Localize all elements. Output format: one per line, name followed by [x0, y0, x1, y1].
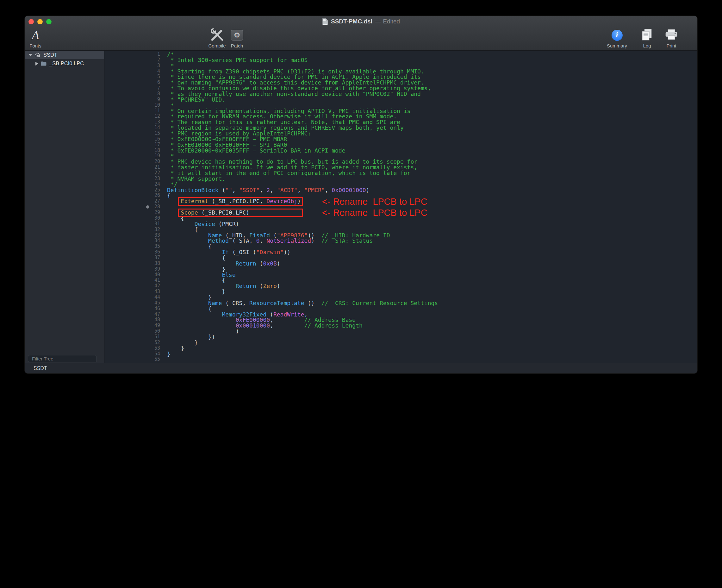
- log-button[interactable]: Log: [641, 28, 653, 48]
- filter-tree-field: [28, 355, 97, 362]
- line-number-gutter: 1234567891011121314151617181920212223242…: [104, 51, 160, 362]
- line-number: 38: [104, 261, 160, 267]
- code-line[interactable]: }: [167, 340, 438, 345]
- line-number: 18: [104, 148, 160, 153]
- code-line[interactable]: [167, 357, 438, 362]
- line-number: 17: [104, 142, 160, 148]
- code-line[interactable]: Device (PMCR): [167, 221, 438, 227]
- disclosure-down-icon[interactable]: [28, 54, 32, 56]
- close-button[interactable]: [28, 19, 34, 24]
- window-title-edited-badge: — Edited: [375, 18, 400, 25]
- sidebar-item-label: _SB.PCI0.LPC: [49, 60, 84, 66]
- line-number: 29: [104, 210, 160, 215]
- line-number: 1: [104, 51, 160, 57]
- code-line[interactable]: * Intel 300-series PMC support for macOS: [167, 57, 438, 63]
- code-line[interactable]: External (_SB_.PCI0.LPC, DeviceObj): [167, 198, 438, 204]
- line-number: 49: [104, 323, 160, 329]
- titlebar: SSDT-PMC.dsl — Edited: [25, 16, 697, 27]
- line-number: 3: [104, 63, 160, 69]
- log-pages-icon: [641, 28, 653, 42]
- code-line[interactable]: * 0xFE020000~0xFE035FFF – SerialIo BAR i…: [167, 148, 438, 153]
- line-number: 22: [104, 170, 160, 176]
- line-number: 36: [104, 249, 160, 255]
- line-number: 10: [104, 103, 160, 108]
- line-number: 12: [104, 113, 160, 119]
- line-number: 52: [104, 340, 160, 345]
- status-text: SSDT: [34, 365, 47, 371]
- code-line[interactable]: }: [167, 351, 438, 357]
- sidebar-item-label: SSDT: [43, 52, 57, 58]
- window-controls: [28, 19, 51, 24]
- line-number: 55: [104, 357, 160, 362]
- line-number: 45: [104, 300, 160, 306]
- print-button[interactable]: Print: [664, 28, 678, 48]
- filter-tree-input[interactable]: [32, 356, 95, 361]
- summary-label: Summary: [607, 43, 627, 48]
- folder-icon: [41, 61, 47, 66]
- zoom-button[interactable]: [46, 19, 51, 24]
- sidebar: SSDT _SB.PCI0.LPC: [25, 50, 104, 363]
- line-number: 8: [104, 91, 160, 97]
- line-number: 32: [104, 227, 160, 233]
- line-number: 24: [104, 182, 160, 187]
- patch-button[interactable]: ⚙ Patch: [231, 28, 243, 48]
- status-bar: SSDT: [25, 363, 697, 374]
- minimize-button[interactable]: [37, 19, 43, 24]
- line-number: 9: [104, 97, 160, 103]
- line-number: 35: [104, 244, 160, 249]
- line-number: 13: [104, 119, 160, 125]
- summary-button[interactable]: i Summary: [607, 28, 627, 48]
- line-number: 42: [104, 283, 160, 289]
- home-icon: [35, 52, 41, 58]
- line-number: 11: [104, 108, 160, 114]
- line-number: 6: [104, 80, 160, 85]
- code-line[interactable]: }: [167, 345, 438, 351]
- compile-tools-icon: [209, 28, 225, 42]
- compile-button[interactable]: Compile: [208, 28, 226, 48]
- line-number: 5: [104, 74, 160, 80]
- line-number: 20: [104, 159, 160, 165]
- line-number: 31: [104, 221, 160, 227]
- line-number: 40: [104, 272, 160, 278]
- maciasl-window: SSDT-PMC.dsl — Edited A Fonts Compile: [25, 16, 697, 374]
- patch-gear-icon: ⚙: [231, 30, 243, 41]
- line-number: 4: [104, 69, 160, 75]
- print-icon: [664, 29, 678, 41]
- code-line[interactable]: * NVRAM support.: [167, 176, 438, 182]
- print-label: Print: [667, 43, 676, 48]
- line-number: 15: [104, 131, 160, 136]
- line-number: 26: [104, 193, 160, 198]
- sidebar-item-ssdt[interactable]: SSDT: [25, 50, 104, 59]
- fonts-icon: A: [31, 29, 39, 41]
- code-line[interactable]: }): [167, 334, 438, 340]
- line-number: 53: [104, 345, 160, 351]
- code-content[interactable]: /* * Intel 300-series PMC support for ma…: [167, 51, 438, 362]
- line-number: 51: [104, 334, 160, 340]
- info-icon: i: [612, 30, 623, 41]
- code-line[interactable]: Scope (_SB.PCI0.LPC): [167, 210, 438, 215]
- line-number: 46: [104, 306, 160, 312]
- document-icon: [322, 18, 328, 25]
- sidebar-item-sb-pci0-lpc[interactable]: _SB.PCI0.LPC: [25, 59, 104, 68]
- fonts-button[interactable]: A Fonts: [29, 28, 41, 48]
- line-number: 41: [104, 277, 160, 283]
- line-number: 27: [104, 198, 160, 204]
- line-number: 50: [104, 329, 160, 334]
- line-number: 19: [104, 153, 160, 159]
- code-line[interactable]: * "PCHRESV" UID.: [167, 97, 438, 103]
- line-number: 37: [104, 255, 160, 261]
- window-title: SSDT-PMC.dsl: [331, 18, 373, 25]
- code-line[interactable]: DefinitionBlock ("", "SSDT", 2, "ACDT", …: [167, 187, 438, 193]
- line-number: 54: [104, 351, 160, 357]
- window-header: SSDT-PMC.dsl — Edited A Fonts Compile: [25, 16, 697, 50]
- patch-label: Patch: [231, 43, 243, 48]
- disclosure-right-icon[interactable]: [36, 62, 38, 65]
- compile-label: Compile: [208, 43, 226, 48]
- code-editor[interactable]: 1234567891011121314151617181920212223242…: [104, 50, 697, 363]
- line-number: 39: [104, 267, 160, 272]
- line-number: 21: [104, 165, 160, 170]
- line-number: 43: [104, 289, 160, 295]
- line-number: 14: [104, 125, 160, 131]
- line-number: 2: [104, 57, 160, 63]
- line-number: 25: [104, 187, 160, 193]
